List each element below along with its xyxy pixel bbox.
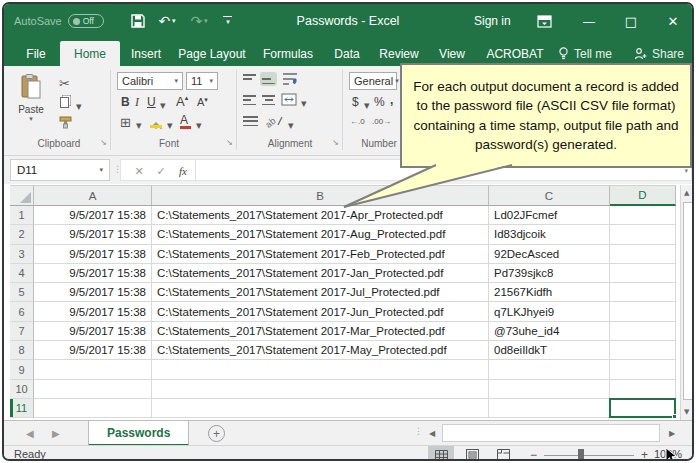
cell-B2[interactable]: C:\Statements_2017\Statement 2017-Aug_Pr… — [152, 225, 489, 244]
row-header-10[interactable]: 10 — [10, 380, 34, 399]
borders-caret-icon[interactable]: ▾ — [136, 119, 142, 132]
cell-D1[interactable] — [610, 206, 676, 225]
cell-D3[interactable] — [610, 245, 676, 264]
row-header-11[interactable]: 11 — [10, 399, 34, 418]
comma-button[interactable]: , — [390, 93, 393, 107]
vertical-scrollbar[interactable]: ▲ ▼ — [680, 185, 694, 420]
cell-B7[interactable]: C:\Statements_2017\Statement 2017-Mar_Pr… — [152, 322, 489, 341]
column-header-a[interactable]: A — [34, 185, 152, 206]
borders-button[interactable]: ⊞ — [120, 115, 131, 130]
tab-formulas[interactable]: Formulas — [254, 41, 322, 66]
cell-C6[interactable]: q7LKJhyei9 — [489, 302, 610, 321]
customize-qat-button[interactable]: ▾ — [218, 4, 236, 38]
copy-caret-icon[interactable]: ▾ — [76, 100, 82, 113]
align-top-button[interactable] — [243, 74, 256, 84]
zoom-slider-thumb[interactable] — [578, 449, 584, 461]
page-layout-view-button[interactable] — [459, 446, 485, 461]
scroll-left-icon[interactable]: ◀ — [424, 423, 440, 443]
normal-view-button[interactable] — [428, 446, 454, 461]
column-header-d[interactable]: D — [610, 185, 676, 206]
font-color-button[interactable]: A — [180, 113, 188, 127]
fill-handle[interactable] — [672, 414, 677, 419]
minimize-button[interactable]: — — [572, 4, 606, 38]
percent-button[interactable]: % — [374, 95, 385, 109]
autosave-toggle[interactable]: AutoSave Off — [14, 4, 104, 38]
undo-caret-icon[interactable]: ▾ — [172, 17, 176, 25]
cell-D8[interactable] — [610, 341, 676, 360]
fill-caret-icon[interactable]: ▾ — [167, 119, 173, 132]
cell-C11[interactable] — [489, 399, 610, 418]
autosave-switch-icon[interactable]: Off — [68, 14, 104, 28]
sheet-tab-passwords[interactable]: Passwords — [88, 421, 189, 446]
cell-B1[interactable]: C:\Statements_2017\Statement 2017-Apr_Pr… — [152, 206, 489, 225]
row-header-8[interactable]: 8 — [10, 341, 34, 360]
increase-decimal-button[interactable]: ←.0 — [350, 117, 365, 126]
cell-B8[interactable]: C:\Statements_2017\Statement 2017-May_Pr… — [152, 341, 489, 360]
bold-button[interactable]: B — [121, 95, 130, 109]
expand-formula-bar-icon[interactable]: ▾ — [684, 167, 688, 175]
row-header-5[interactable]: 5 — [10, 283, 34, 302]
share-button[interactable]: Share — [634, 47, 684, 61]
tab-data[interactable]: Data — [324, 41, 370, 66]
cell-A5[interactable]: 9/5/2017 15:38 — [34, 283, 152, 302]
save-button[interactable] — [126, 4, 150, 38]
horizontal-scroll-thumb[interactable] — [442, 424, 660, 442]
tab-page-layout[interactable]: Page Layout — [172, 41, 252, 66]
number-format-select[interactable]: General▾ — [349, 72, 397, 90]
page-break-view-button[interactable] — [490, 446, 516, 461]
decrease-decimal-button[interactable]: .00→ — [372, 117, 391, 126]
cell-B11[interactable] — [152, 399, 489, 418]
vertical-scroll-thumb[interactable] — [683, 202, 693, 400]
cell-A7[interactable]: 9/5/2017 15:38 — [34, 322, 152, 341]
font-size-select[interactable]: 11▾ — [186, 72, 218, 90]
insert-function-button[interactable]: fx — [173, 160, 193, 182]
enter-entry-button[interactable]: ✓ — [151, 160, 171, 182]
grow-font-button[interactable]: A▴ — [176, 94, 188, 109]
row-header-2[interactable]: 2 — [10, 225, 34, 244]
cell-D7[interactable] — [610, 322, 676, 341]
add-sheet-button[interactable]: + — [208, 425, 225, 442]
cell-B5[interactable]: C:\Statements_2017\Statement 2017-Jul_Pr… — [152, 283, 489, 302]
row-header-6[interactable]: 6 — [10, 302, 34, 321]
wrap-text-button[interactable] — [282, 72, 298, 86]
scroll-right-icon[interactable]: ▶ — [664, 423, 680, 443]
redo-button[interactable]: ↷▾ — [184, 4, 214, 38]
close-button[interactable]: ✕ — [656, 4, 690, 38]
scroll-down-icon[interactable]: ▼ — [684, 408, 689, 416]
underline-button[interactable]: U — [147, 95, 156, 109]
cell-C3[interactable]: 92DecAsced — [489, 245, 610, 264]
shrink-font-button[interactable]: A▾ — [197, 96, 208, 108]
cell-A2[interactable]: 9/5/2017 15:38 — [34, 225, 152, 244]
row-header-9[interactable]: 9 — [10, 360, 34, 379]
zoom-out-button[interactable]: − — [530, 448, 537, 461]
cell-C9[interactable] — [489, 360, 610, 379]
cell-D6[interactable] — [610, 302, 676, 321]
cell-C1[interactable]: Ld02JFcmef — [489, 206, 610, 225]
sign-in-button[interactable]: Sign in — [474, 4, 511, 38]
format-painter-button[interactable] — [59, 116, 72, 129]
cell-B10[interactable] — [152, 380, 489, 399]
cell-A6[interactable]: 9/5/2017 15:38 — [34, 302, 152, 321]
cell-A11[interactable] — [34, 399, 152, 418]
tab-home[interactable]: Home — [60, 41, 120, 66]
cell-A1[interactable]: 9/5/2017 15:38 — [34, 206, 152, 225]
tab-file[interactable]: File — [14, 41, 58, 66]
cell-B6[interactable]: C:\Statements_2017\Statement 2017-Jun_Pr… — [152, 302, 489, 321]
copy-button[interactable] — [60, 97, 69, 108]
cell-B9[interactable] — [152, 360, 489, 379]
cell-B4[interactable]: C:\Statements_2017\Statement 2017-Jan_Pr… — [152, 264, 489, 283]
column-header-b[interactable]: B — [152, 185, 489, 206]
merge-center-button[interactable] — [281, 93, 297, 106]
orientation-button[interactable]: ab — [266, 113, 283, 128]
merge-caret-icon[interactable]: ▾ — [301, 97, 307, 110]
orientation-caret-icon[interactable]: ▾ — [288, 119, 294, 132]
tell-me-button[interactable]: Tell me — [558, 47, 612, 61]
cell-D4[interactable] — [610, 264, 676, 283]
next-sheet-button[interactable]: ▶ — [52, 421, 60, 446]
alignment-dialog-launcher-icon[interactable]: ↘ — [332, 138, 339, 147]
tabbar-splitter[interactable]: ⋮ — [414, 426, 423, 436]
zoom-in-button[interactable]: + — [641, 448, 648, 461]
cell-A9[interactable] — [34, 360, 152, 379]
row-header-1[interactable]: 1 — [10, 206, 34, 225]
maximize-button[interactable]: □ — [614, 4, 648, 38]
